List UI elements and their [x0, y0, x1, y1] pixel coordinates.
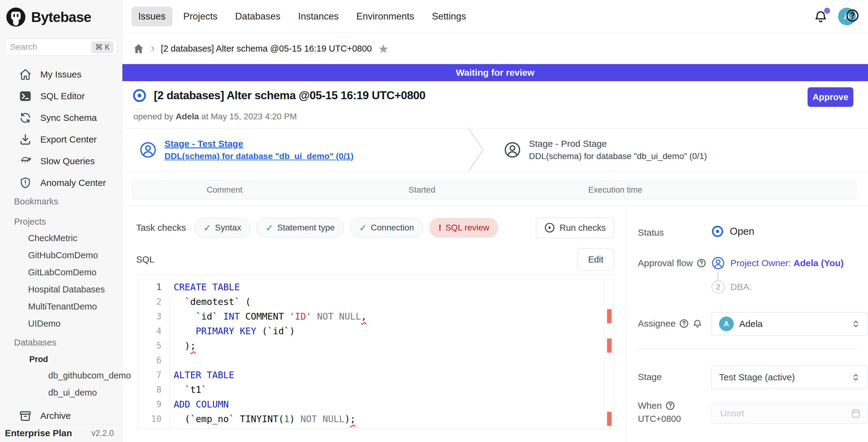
sidebar-item-label: Archive: [40, 411, 71, 421]
line-number: 6: [138, 353, 167, 368]
column-header-started: Started: [409, 185, 435, 195]
play-circle-icon: [544, 222, 555, 233]
check-connection[interactable]: ✓Connection: [350, 218, 423, 238]
tab-settings[interactable]: Settings: [425, 7, 473, 26]
approval-connector: [717, 272, 718, 280]
sql-label: SQL: [136, 254, 154, 265]
line-number: 7: [138, 368, 167, 382]
issue-header: [2 databases] Alter schema @05-15 16:19 …: [132, 89, 426, 102]
sidebar-item-sql-editor[interactable]: SQL Editor: [0, 85, 122, 107]
approval-flow-label: Approval flow: [638, 258, 706, 268]
edit-sql-button[interactable]: Edit: [578, 248, 614, 271]
code-line: `t1`: [174, 382, 601, 397]
sidebar-project-gitlabcomdemo[interactable]: GitLabComDemo: [0, 264, 122, 281]
star-icon[interactable]: ★: [378, 43, 389, 55]
check-syntax[interactable]: ✓Syntax: [194, 218, 250, 238]
help-icon[interactable]: [679, 319, 689, 328]
home-icon[interactable]: [133, 43, 144, 55]
bytebase-logo[interactable]: Bytebase: [0, 0, 122, 34]
sidebar-item-sync-schema[interactable]: Sync Schema: [0, 107, 122, 128]
chevron-updown-icon: [850, 319, 861, 329]
stage-select[interactable]: Test Stage (active): [711, 366, 868, 389]
line-number: 4: [138, 324, 167, 339]
stage-select-label: Stage: [638, 372, 662, 382]
line-number: 3: [138, 309, 167, 324]
sidebar-project-uidemo[interactable]: UIDemo: [0, 315, 122, 332]
help-icon[interactable]: [665, 401, 675, 411]
code-token: COMMENT: [240, 311, 290, 322]
issue-title: [2 databases] Alter schema @05-15 16:19 …: [154, 89, 426, 102]
sidebar-project-multitenantdemo[interactable]: MultiTenantDemo: [0, 298, 122, 315]
column-header-execution-time: Execution time: [588, 185, 642, 195]
error-marker: [607, 412, 612, 426]
code-token: PRIMARY KEY: [196, 326, 256, 336]
sidebar-item-anomaly-center[interactable]: Anomaly Center: [0, 172, 122, 193]
error-marker: [607, 339, 612, 353]
task-checks-label: Task checks: [136, 223, 186, 233]
check-icon: ✓: [266, 223, 273, 233]
check-label: Statement type: [277, 223, 335, 232]
search-shortcut: ⌘ K: [91, 41, 114, 53]
bookmarks-section-label: Bookmarks: [0, 193, 122, 210]
sidebar-item-my-issues[interactable]: My Issues: [0, 63, 122, 85]
bell-icon[interactable]: [692, 319, 702, 328]
status-value: Open: [711, 225, 754, 238]
review-banner-text: Waiting for review: [456, 67, 534, 78]
terminal-icon: [19, 90, 32, 102]
stage-prod-stage[interactable]: Stage - Prod Stage DDL(schema) for datab…: [487, 128, 832, 171]
code-token: (`id`): [256, 326, 295, 336]
code-line: );: [174, 339, 601, 353]
sidebar-project-checkmetric[interactable]: CheckMetric: [0, 229, 122, 247]
overview-ruler[interactable]: [604, 275, 614, 429]
home-icon: [19, 68, 32, 81]
sidebar-project-githubcomdemo[interactable]: GitHubComDemo: [0, 247, 122, 264]
search-input[interactable]: Search ⌘ K: [5, 38, 117, 56]
when-datetime-input[interactable]: Unset: [711, 403, 868, 424]
issue-meta: opened by Adela at May 15, 2023 4:20 PM: [133, 112, 297, 122]
code-token: ): [345, 414, 350, 424]
check-sql-review[interactable]: !SQL review: [429, 218, 498, 238]
run-checks-button[interactable]: Run checks: [536, 217, 614, 238]
opened-by-text: opened by: [133, 112, 173, 121]
sidebar-item-archive[interactable]: Archive: [0, 405, 122, 427]
edit-label: Edit: [588, 255, 603, 265]
approve-label: Approve: [812, 92, 848, 102]
gutter-separator: [169, 294, 170, 427]
sidebar-db-db-ui-demo[interactable]: db_ui_demo: [0, 384, 122, 401]
error-icon: !: [438, 223, 441, 233]
notifications-bell-button[interactable]: [814, 9, 828, 24]
stage-pipeline: Stage - Test Stage DDL(schema) for datab…: [122, 128, 868, 171]
check-pills: ✓Syntax✓Statement type✓Connection!SQL re…: [194, 218, 498, 238]
tab-instances[interactable]: Instances: [291, 7, 345, 26]
line-number-gutter: 12345678910: [138, 280, 167, 427]
tab-databases[interactable]: Databases: [228, 7, 287, 26]
code-token: 'ID': [289, 311, 311, 322]
sidebar-item-export-center[interactable]: Export Center: [0, 128, 122, 150]
line-number: 2: [138, 294, 167, 309]
approver-name: Adela (You): [794, 258, 844, 268]
tab-environments[interactable]: Environments: [350, 7, 421, 26]
stage-task-link: DDL(schema) for database "db_ui_demo" (0…: [164, 151, 353, 161]
approver-role: DBA:: [730, 282, 752, 292]
help-icon[interactable]: [696, 258, 706, 268]
sidebar-item-label: SQL Editor: [40, 91, 85, 101]
sidebar-item-slow-queries[interactable]: Slow Queries: [0, 150, 122, 172]
assignee-select[interactable]: A Adela: [711, 312, 868, 336]
assignee-text: Assignee: [638, 318, 675, 329]
stage-test-stage[interactable]: Stage - Test Stage DDL(schema) for datab…: [122, 128, 467, 171]
line-number: 1: [138, 280, 167, 294]
stage-separator: [467, 128, 487, 171]
code-line: PRIMARY KEY (`id`): [174, 324, 601, 339]
projects-list: CheckMetricGitHubComDemoGitLabComDemoHos…: [0, 229, 122, 332]
environment-label: Prod: [0, 352, 122, 367]
sql-editor[interactable]: 12345678910 CREATE TABLE `demotest` ( `i…: [137, 275, 614, 429]
check-statement-type[interactable]: ✓Statement type: [257, 218, 343, 238]
help-button[interactable]: [845, 8, 860, 23]
download-icon: [19, 133, 32, 146]
tab-issues[interactable]: Issues: [131, 7, 173, 26]
sidebar-project-hospital-databases[interactable]: Hospital Databases: [0, 281, 122, 298]
approve-button[interactable]: Approve: [808, 87, 854, 107]
breadcrumb-issue-title[interactable]: [2 databases] Alter schema @05-15 16:19 …: [161, 44, 372, 54]
tab-projects[interactable]: Projects: [177, 7, 224, 26]
sidebar-db-db-githubcom-demo[interactable]: db_githubcom_demo: [0, 367, 122, 384]
